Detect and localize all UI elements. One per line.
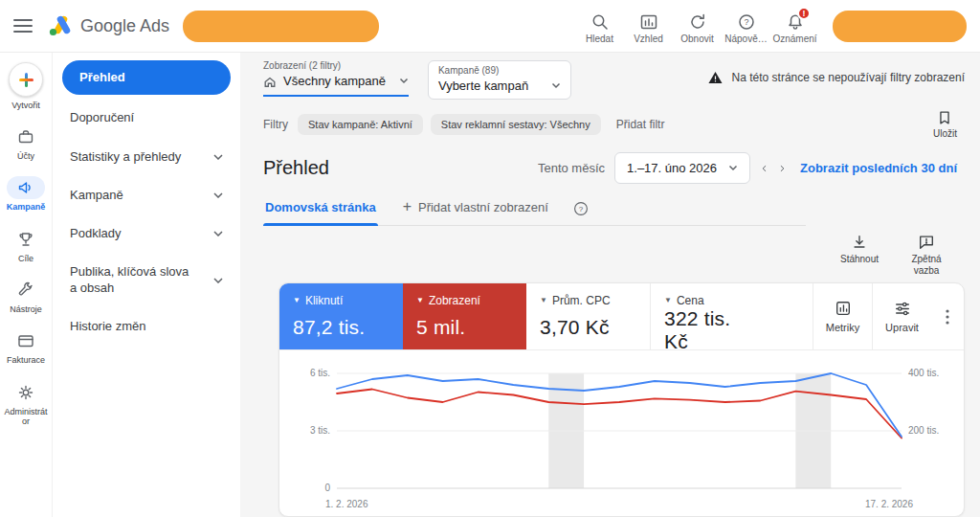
chevron-down-icon bbox=[213, 154, 223, 160]
metric-value: 3,70 Kč bbox=[540, 316, 636, 339]
campaigns-icon bbox=[16, 178, 35, 197]
date-caption: Tento měsíc bbox=[538, 161, 605, 175]
refresh-button[interactable]: Obnovit bbox=[675, 8, 720, 44]
appearance-icon bbox=[639, 12, 657, 31]
chip-campaign-status[interactable]: Stav kampaně: Aktivní bbox=[298, 114, 423, 135]
metrics-settings-button[interactable]: Metriky bbox=[813, 283, 872, 349]
caret-down-icon: ▼ bbox=[293, 297, 301, 304]
card-actions: Stáhnout Zpětná vazba bbox=[240, 234, 953, 277]
metric-card-clicks[interactable]: ▼Kliknutí 87,2 tis. bbox=[279, 283, 403, 349]
campaign-selector-caption: Kampaně (89) bbox=[438, 65, 561, 76]
create-button[interactable] bbox=[9, 62, 43, 97]
sliders-icon bbox=[894, 300, 911, 317]
previous-period-button[interactable] bbox=[760, 163, 768, 174]
edit-chart-button[interactable]: Upravit bbox=[872, 283, 931, 349]
tabs: Domovská stránka + Přidat vlastní zobraz… bbox=[263, 195, 806, 226]
date-range-value: 1.–17. úno 2026 bbox=[627, 161, 717, 175]
save-label: Uložit bbox=[933, 128, 957, 139]
campaign-selector[interactable]: Kampaně (89) Vyberte kampaň bbox=[428, 60, 571, 100]
chevron-down-icon bbox=[213, 278, 223, 283]
chip-adgroup-status[interactable]: Stav reklamní sestavy: Všechny bbox=[431, 114, 601, 135]
rail-item-billing[interactable]: Fakturace bbox=[0, 322, 52, 372]
user-account-redacted[interactable] bbox=[833, 11, 967, 42]
search-icon bbox=[590, 12, 609, 31]
view-selector-caption: Zobrazení (2 filtry) bbox=[263, 60, 409, 71]
plus-icon bbox=[19, 73, 33, 87]
filters-label: Filtry bbox=[263, 118, 288, 131]
metric-card-impressions[interactable]: ▼Zobrazení 5 mil. bbox=[403, 283, 526, 349]
metric-card-cost[interactable]: ▼Cena 322 tis. Kč bbox=[650, 283, 773, 349]
sidebar-item-change-history[interactable]: Historie změn bbox=[53, 307, 240, 346]
metric-value: 87,2 tis. bbox=[293, 316, 390, 339]
overview-line-chart[interactable]: 03 tis.6 tis.200 tis.400 tis.1. 2. 20261… bbox=[291, 362, 955, 513]
appearance-button[interactable]: Vzhled bbox=[626, 8, 671, 44]
title-row: Přehled Tento měsíc 1.–17. úno 2026 Zobr… bbox=[240, 139, 980, 184]
notification-badge: ! bbox=[797, 7, 811, 20]
more-options-button[interactable] bbox=[931, 283, 964, 349]
chevron-down-icon bbox=[551, 82, 561, 89]
chevron-down-icon bbox=[728, 165, 738, 171]
svg-text:0: 0 bbox=[324, 483, 330, 493]
rail-item-admin[interactable]: Administrátor bbox=[0, 373, 52, 435]
help-icon: ? bbox=[737, 12, 755, 31]
sidebar: Přehled Doporučení Statistiky a přehledy… bbox=[53, 53, 240, 517]
sidebar-item-campaigns[interactable]: Kampaně bbox=[53, 176, 240, 214]
chevron-down-icon bbox=[213, 231, 223, 236]
svg-text:3 tis.: 3 tis. bbox=[310, 425, 330, 436]
view-selector-value: Všechny kampaně bbox=[283, 74, 386, 88]
filter-bar: Zobrazení (2 filtry) Všechny kampaně Kam… bbox=[240, 53, 980, 100]
svg-text:?: ? bbox=[579, 205, 584, 214]
svg-text:400 tis.: 400 tis. bbox=[908, 368, 939, 378]
notifications-button[interactable]: ! Oznámení bbox=[772, 8, 817, 44]
tab-add-custom-view[interactable]: + Přidat vlastní zobrazení bbox=[401, 195, 550, 225]
accounts-icon bbox=[16, 127, 35, 146]
sidebar-item-recommendations[interactable]: Doporučení bbox=[53, 99, 240, 137]
download-button[interactable]: Stáhnout bbox=[833, 234, 886, 277]
main-content: Zobrazení (2 filtry) Všechny kampaně Kam… bbox=[240, 53, 980, 517]
search-button[interactable]: Hledat bbox=[577, 8, 622, 44]
page-title: Přehled bbox=[263, 157, 329, 179]
refresh-icon bbox=[688, 12, 706, 31]
rail-item-campaigns[interactable]: Kampaně bbox=[0, 169, 52, 219]
campaign-selector-value: Vyberte kampaň bbox=[438, 79, 528, 93]
rail-item-tools[interactable]: Nástroje bbox=[0, 271, 52, 322]
warning-text: Na této stránce se nepoužívají filtry zo… bbox=[732, 71, 965, 84]
rail-item-accounts[interactable]: Účty bbox=[0, 118, 52, 169]
add-filter-button[interactable]: Přidat filtr bbox=[616, 118, 665, 131]
goals-icon bbox=[16, 230, 35, 249]
show-last-30-days-link[interactable]: Zobrazit posledních 30 dní bbox=[800, 161, 957, 175]
view-selector[interactable]: Zobrazení (2 filtry) Všechny kampaně bbox=[263, 60, 409, 97]
sidebar-item-overview[interactable]: Přehled bbox=[62, 60, 231, 95]
caret-down-icon: ▼ bbox=[540, 297, 547, 304]
next-period-button[interactable] bbox=[778, 163, 787, 174]
save-icon bbox=[936, 109, 953, 126]
tab-home[interactable]: Domovská stránka bbox=[263, 196, 378, 225]
home-icon bbox=[263, 75, 277, 88]
save-button[interactable]: Uložit bbox=[933, 109, 957, 139]
chevron-down-icon bbox=[213, 192, 223, 198]
metrics-icon bbox=[835, 300, 852, 317]
plus-icon: + bbox=[403, 199, 412, 214]
svg-text:200 tis.: 200 tis. bbox=[908, 425, 939, 436]
gear-icon bbox=[16, 383, 35, 402]
feedback-icon bbox=[918, 234, 935, 251]
sidebar-item-audiences-keywords-content[interactable]: Publika, klíčová slova a obsah bbox=[53, 253, 240, 307]
metric-value: 5 mil. bbox=[416, 316, 513, 339]
topbar-actions: Hledat Vzhled Obnovit ? Nápově… ! Oznáme… bbox=[577, 8, 817, 44]
svg-text:6 tis.: 6 tis. bbox=[310, 368, 330, 378]
left-rail: Vytvořit Účty Kampaně Cíle Nástroje Fakt… bbox=[0, 53, 53, 517]
rail-item-goals[interactable]: Cíle bbox=[0, 220, 52, 271]
feedback-button[interactable]: Zpětná vazba bbox=[900, 234, 953, 277]
metric-card-avg-cpc[interactable]: ▼Prům. CPC 3,70 Kč bbox=[526, 283, 650, 349]
help-button[interactable]: ? Nápově… bbox=[724, 8, 768, 44]
view-filters-warning: Na této stránce se nepoužívají filtry zo… bbox=[707, 70, 965, 85]
caret-down-icon: ▼ bbox=[664, 297, 672, 304]
menu-icon[interactable] bbox=[13, 19, 33, 33]
svg-text:1. 2. 2026: 1. 2. 2026 bbox=[325, 499, 368, 509]
tabs-help-icon[interactable]: ? bbox=[573, 201, 589, 216]
date-range-picker[interactable]: 1.–17. úno 2026 bbox=[614, 152, 750, 184]
svg-text:?: ? bbox=[744, 17, 748, 27]
sidebar-item-assets[interactable]: Podklady bbox=[53, 214, 240, 253]
account-name-redacted[interactable] bbox=[183, 11, 379, 42]
sidebar-item-insights-reports[interactable]: Statistiky a přehledy bbox=[53, 138, 240, 176]
